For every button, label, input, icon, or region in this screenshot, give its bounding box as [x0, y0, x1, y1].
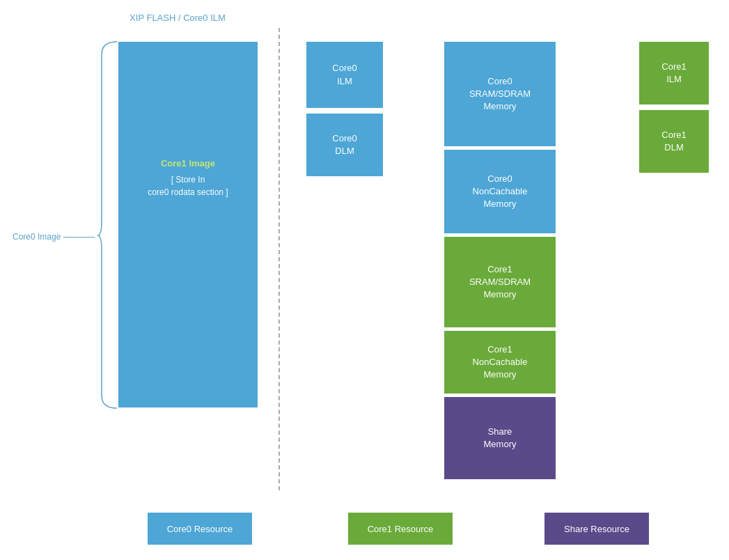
core0-noncachable-block: Core0NonCachableMemory: [444, 150, 556, 233]
core1-resource-legend: Core1 Resource: [348, 513, 453, 545]
core1-dlm-block: Core1DLM: [639, 110, 709, 173]
share-resource-legend: Share Resource: [544, 513, 649, 545]
xip-bracket: [96, 40, 121, 410]
divider: [279, 28, 280, 490]
xip-flash-label: XIP FLASH / Core0 ILM: [108, 13, 247, 23]
share-memory-block: ShareMemory: [444, 397, 556, 479]
core0-dlm-block: Core0DLM: [306, 114, 383, 176]
core1-sram-block: Core1SRAM/SDRAMMemory: [444, 237, 556, 327]
core1-image-block: Core1 Image [ Store Incore0 rodata secti…: [118, 132, 258, 223]
core0-resource-legend: Core0 Resource: [148, 513, 252, 545]
xip-top-block: [118, 42, 258, 132]
core1-noncachable-block: Core1NonCachableMemory: [444, 331, 556, 394]
core0-sram-block: Core0SRAM/SDRAMMemory: [444, 42, 556, 146]
core0-ilm-block: Core0ILM: [306, 42, 383, 108]
core1-ilm-block: Core1ILM: [639, 42, 709, 104]
core0-image-label: Core0 Image: [13, 232, 95, 242]
diagram-container: XIP FLASH / Core0 ILM Core1 Image [ Stor…: [0, 0, 729, 560]
core1-image-title: Core1 Image: [148, 157, 228, 171]
core1-image-sub: [ Store Incore0 rodata section ]: [148, 173, 228, 199]
xip-bottom-block: [118, 223, 258, 407]
